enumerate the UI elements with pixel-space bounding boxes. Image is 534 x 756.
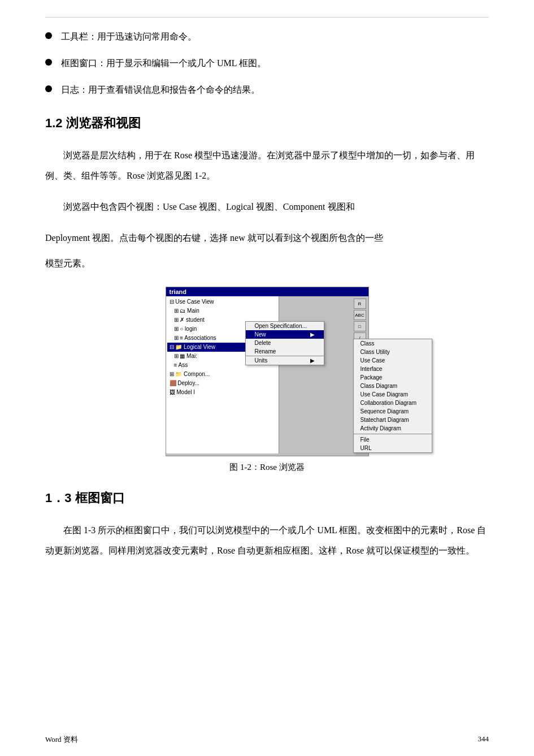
bullet-text-log: 日志：用于查看错误信息和报告各个命令的结果。 (61, 82, 260, 98)
footer-page-number: 344 (478, 735, 489, 745)
cm-units[interactable]: Units (246, 356, 279, 365)
para2-line3: 模型元素。 (45, 258, 90, 268)
section-1-2-para2-cont: Deployment 视图。点击每个视图的右键，选择 new 就可以看到这个视图… (45, 228, 489, 248)
section-heading-1-2: 1.2 浏览器和视图 (45, 115, 489, 132)
cm-new[interactable]: New (246, 330, 279, 339)
page-container: 工具栏：用于迅速访问常用命令。 框图窗口：用于显示和编辑一个或几个 UML 框图… (0, 0, 534, 756)
tree-item-compon: ⊞ 📁 Compon... (167, 370, 277, 379)
toolbar-icon-r[interactable]: R (354, 299, 366, 309)
footer-word: Word 资料 (45, 735, 78, 745)
top-border (45, 17, 489, 18)
section-1-2-para1: 浏览器是层次结构，用于在 Rose 模型中迅速漫游。在浏览器中显示了模型中增加的… (45, 145, 489, 185)
bullet-section: 工具栏：用于迅速访问常用命令。 框图窗口：用于显示和编辑一个或几个 UML 框图… (45, 29, 489, 98)
rose-body: ⊟ Use Case View ⊞ 🗂 Main ⊞ ✗ student ⊞ ○… (166, 296, 368, 453)
section-heading-1-3: 1．3 框图窗口 (45, 490, 489, 507)
rose-left-panel: ⊟ Use Case View ⊞ 🗂 Main ⊞ ✗ student ⊞ ○… (166, 296, 279, 453)
context-menu: Open Specification... New Delete Rename … (245, 321, 279, 365)
section-1-2-para2: 浏览器中包含四个视图：Use Case 视图、Logical 视图、Compon… (45, 197, 489, 217)
bullet-text-diagram: 框图窗口：用于显示和编辑一个或几个 UML 框图。 (61, 55, 266, 72)
rose-browser-screenshot: triand ⊟ Use Case View ⊞ 🗂 Main ⊞ ✗ stud… (166, 287, 369, 456)
bullet-dot-toolbar (45, 32, 52, 39)
bullet-item-toolbar: 工具栏：用于迅速访问常用命令。 (45, 29, 489, 45)
para2-line2: Deployment 视图。点击每个视图的右键，选择 new 就可以看到这个视图… (45, 233, 383, 243)
bullet-item-diagram: 框图窗口：用于显示和编辑一个或几个 UML 框图。 (45, 55, 489, 72)
para2-line1: 浏览器中包含四个视图：Use Case 视图、Logical 视图、Compon… (63, 202, 355, 211)
section-1-3-para1: 在图 1-3 所示的框图窗口中，我们可以浏览模型中的一个或几个 UML 框图。改… (45, 520, 489, 560)
tree-item-0: ⊟ Use Case View (167, 297, 277, 306)
bullet-text-toolbar: 工具栏：用于迅速访问常用命令。 (61, 29, 197, 45)
bullet-item-log: 日志：用于查看错误信息和报告各个命令的结果。 (45, 82, 489, 98)
section-1-2-para2-end: 模型元素。 (45, 253, 489, 273)
toolbar-icon-box1[interactable]: □ (354, 321, 366, 331)
tree-item-model: 🖼 Model I (167, 388, 277, 397)
bullet-dot-log (45, 85, 52, 92)
bullet-dot-diagram (45, 59, 52, 66)
cm-delete[interactable]: Delete (246, 339, 279, 347)
rose-title-bar: triand (166, 287, 368, 296)
toolbar-icon-abc[interactable]: ABC (354, 310, 366, 320)
figure-caption-1-2: 图 1-2：Rose 浏览器 (229, 462, 305, 473)
rose-title-text: triand (170, 288, 187, 295)
tree-item-main: ⊞ 🗂 Main (167, 306, 277, 316)
footer: Word 资料344 (45, 735, 489, 745)
cm-rename[interactable]: Rename (246, 347, 279, 356)
figure-1-2-container: triand ⊟ Use Case View ⊞ 🗂 Main ⊞ ✗ stud… (45, 287, 489, 473)
cm-open-spec[interactable]: Open Specification... (246, 322, 279, 330)
tree-item-deploy: 🟫 Deploy... (167, 379, 277, 388)
